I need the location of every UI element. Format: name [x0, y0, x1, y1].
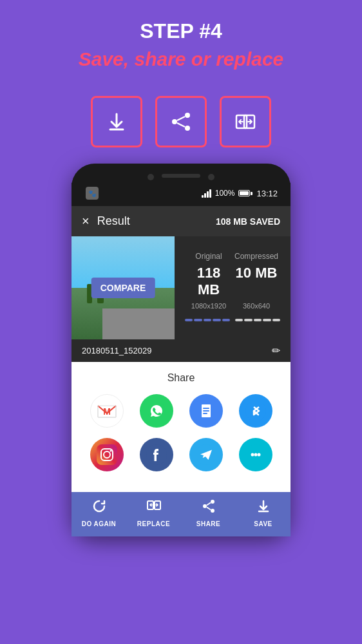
compressed-col: Compressed: [233, 252, 280, 261]
phone-top: [71, 174, 291, 180]
save-icon: [256, 498, 271, 518]
file-info-bar: 20180511_152029 ✏: [71, 339, 291, 362]
svg-text:M: M: [103, 406, 111, 417]
svg-point-18: [245, 401, 266, 421]
original-size: 118 MB: [185, 265, 233, 298]
original-col: Original: [185, 252, 233, 261]
compressed-dim: 360x640: [243, 302, 270, 310]
replace-label: REPLACE: [137, 520, 170, 527]
do-again-label: DO AGAIN: [82, 520, 117, 527]
svg-point-31: [211, 500, 214, 504]
app-bar-left: × Result: [82, 214, 130, 229]
svg-point-1: [185, 113, 190, 118]
share-button[interactable]: SHARE: [181, 498, 236, 527]
compressed-progress: [235, 319, 280, 321]
signal-icon: [202, 189, 211, 198]
share-action-button[interactable]: [155, 96, 207, 147]
svg-text:🐾: 🐾: [88, 189, 97, 198]
file-name: 20180511_152029: [82, 346, 151, 355]
close-button[interactable]: ×: [82, 214, 90, 229]
bluetooth-share-button[interactable]: [239, 394, 272, 428]
top-section: STEP #4 Save, share or replace: [0, 0, 362, 83]
svg-rect-16: [203, 410, 209, 412]
svg-point-3: [185, 126, 190, 131]
step-subtitle: Save, share or replace: [13, 48, 349, 70]
facebook-share-button[interactable]: [140, 438, 173, 471]
app-bar-title: Result: [97, 214, 130, 228]
image-container: COMPARE: [71, 236, 175, 339]
save-button[interactable]: SAVE: [236, 498, 291, 527]
download-button[interactable]: [91, 96, 142, 147]
svg-line-35: [207, 507, 211, 510]
svg-line-34: [207, 503, 211, 506]
do-again-button[interactable]: DO AGAIN: [71, 498, 126, 527]
original-label: Original: [195, 252, 222, 261]
share-icons-row-1: M: [82, 394, 280, 428]
whatsapp-share-button[interactable]: [140, 394, 173, 428]
battery-percent: 100%: [215, 189, 235, 198]
share-sheet: Share M: [71, 362, 291, 492]
battery-icon: [238, 190, 252, 196]
svg-point-28: [257, 453, 260, 457]
bottom-toolbar: DO AGAIN REPLACE: [71, 492, 291, 536]
stats-header-row: Original Compressed: [185, 252, 280, 261]
compressed-size: 10 MB: [236, 265, 278, 281]
status-right: 100% 13:12: [202, 189, 278, 198]
messages-share-button[interactable]: [239, 438, 272, 471]
step-title: STEP #4: [13, 19, 349, 43]
camera-dot-2: [208, 174, 214, 180]
stats-panel: Original Compressed 118 MB 10 MB 1080x19…: [175, 236, 291, 339]
svg-point-27: [254, 453, 257, 457]
compressed-dim-col: 360x640: [233, 302, 280, 310]
svg-rect-19: [97, 444, 117, 465]
progress-row: [185, 314, 280, 324]
compressed-label: Compressed: [234, 252, 278, 261]
status-bar: 🐾 100% 13:12: [71, 183, 291, 206]
telegram-share-button[interactable]: [189, 438, 223, 471]
original-dim: 1080x1920: [191, 302, 226, 310]
status-time: 13:12: [256, 189, 278, 198]
phone-mockup: 🐾 100% 13:12 × Result 108 MB SAVED: [71, 164, 291, 536]
share-icon: [201, 498, 216, 518]
svg-point-22: [110, 450, 111, 452]
app-bar: × Result 108 MB SAVED: [71, 206, 291, 236]
original-size-col: 118 MB: [185, 265, 233, 298]
svg-point-2: [172, 119, 177, 124]
stats-dim-row: 1080x1920 360x640: [185, 302, 280, 310]
svg-line-5: [177, 123, 185, 127]
svg-line-4: [177, 117, 185, 120]
svg-point-26: [251, 453, 254, 457]
app-icon: 🐾: [84, 185, 100, 201]
instagram-share-button[interactable]: [90, 438, 124, 471]
share-icons-row-2: [82, 438, 280, 471]
svg-rect-17: [203, 413, 207, 414]
replace-icon: [146, 498, 162, 518]
original-progress: [185, 319, 230, 321]
replace-button[interactable]: REPLACE: [126, 498, 181, 527]
svg-point-32: [203, 504, 207, 508]
svg-point-33: [211, 509, 214, 513]
speaker: [162, 174, 200, 178]
replace-action-button[interactable]: [220, 96, 271, 147]
do-again-icon: [91, 498, 107, 518]
compressed-size-col: 10 MB: [233, 265, 280, 298]
gdocs-share-button[interactable]: [189, 394, 223, 428]
action-buttons-row: [91, 96, 271, 147]
image-stats-row: COMPARE Original Compressed 118 MB 10 MB: [71, 236, 291, 339]
share-title: Share: [82, 372, 280, 384]
edit-icon[interactable]: ✏: [272, 345, 280, 357]
compare-button[interactable]: COMPARE: [91, 278, 155, 298]
camera-dot: [148, 174, 154, 180]
share-label: SHARE: [196, 520, 221, 527]
stats-size-row: 118 MB 10 MB: [185, 265, 280, 298]
saved-text: 108 MB SAVED: [216, 216, 280, 227]
gmail-share-button[interactable]: M: [90, 394, 124, 428]
svg-rect-15: [203, 408, 209, 409]
save-label: SAVE: [254, 520, 272, 527]
original-dim-col: 1080x1920: [185, 302, 233, 310]
